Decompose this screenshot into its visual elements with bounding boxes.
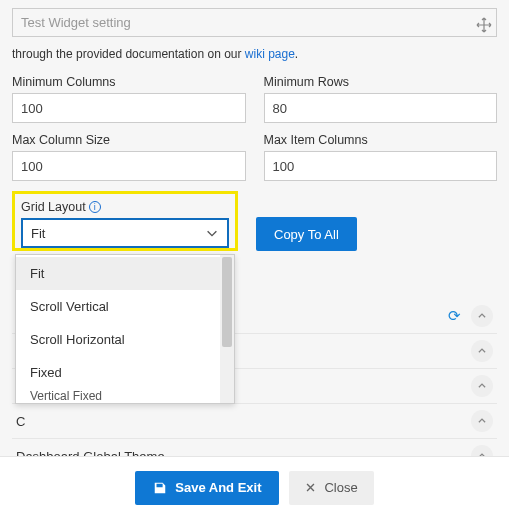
save-icon (153, 481, 167, 495)
save-and-exit-label: Save And Exit (175, 480, 261, 495)
dropdown-scrollbar-thumb[interactable] (222, 257, 232, 347)
dropdown-option-fit[interactable]: Fit (16, 257, 220, 290)
close-button[interactable]: Close (289, 471, 373, 505)
doc-prefix: through the provided documentation on ou… (12, 47, 245, 61)
accordion-label: C (16, 414, 25, 429)
chevron-up-icon[interactable] (471, 305, 493, 327)
dropdown-option-fixed[interactable]: Fixed (16, 356, 220, 389)
widget-title-text: Test Widget setting (21, 15, 131, 30)
wiki-link[interactable]: wiki page (245, 47, 295, 61)
max-col-size-input[interactable] (12, 151, 246, 181)
max-item-cols-input[interactable] (264, 151, 498, 181)
dropdown-scrollbar[interactable] (220, 255, 234, 403)
grid-layout-label: Grid Layout (21, 200, 86, 214)
max-item-cols-label: Max Item Columns (264, 133, 498, 147)
chevron-down-icon (205, 226, 219, 240)
min-cols-label: Minimum Columns (12, 75, 246, 89)
doc-suffix: . (295, 47, 298, 61)
copy-to-all-button[interactable]: Copy To All (256, 217, 357, 251)
close-icon (305, 482, 316, 493)
doc-line: through the provided documentation on ou… (12, 47, 497, 61)
min-rows-label: Minimum Rows (264, 75, 498, 89)
grid-layout-highlight: Grid Layout i Fit Fit Scroll Vertical Sc… (12, 191, 238, 251)
info-icon[interactable]: i (89, 201, 101, 213)
min-rows-input[interactable] (264, 93, 498, 123)
move-icon[interactable] (476, 17, 492, 33)
refresh-icon[interactable]: ⟳ (448, 307, 461, 325)
close-label: Close (324, 480, 357, 495)
min-cols-input[interactable] (12, 93, 246, 123)
chevron-up-icon[interactable] (471, 340, 493, 362)
dropdown-option-scroll-horizontal[interactable]: Scroll Horizontal (16, 323, 220, 356)
max-col-size-label: Max Column Size (12, 133, 246, 147)
grid-layout-dropdown: Fit Scroll Vertical Scroll Horizontal Fi… (15, 254, 235, 404)
chevron-up-icon[interactable] (471, 375, 493, 397)
grid-layout-selected: Fit (31, 226, 45, 241)
grid-layout-select[interactable]: Fit (21, 218, 229, 248)
save-and-exit-button[interactable]: Save And Exit (135, 471, 279, 505)
chevron-up-icon[interactable] (471, 410, 493, 432)
dropdown-option-vertical-fixed[interactable]: Vertical Fixed (16, 389, 220, 401)
dropdown-option-scroll-vertical[interactable]: Scroll Vertical (16, 290, 220, 323)
accordion-row[interactable]: C (12, 404, 497, 439)
widget-title-box: Test Widget setting (12, 8, 497, 37)
